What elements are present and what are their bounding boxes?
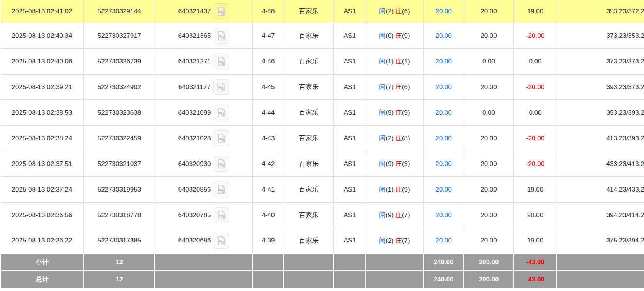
player-result-value: (1) (386, 186, 394, 193)
summary-empty-cell (284, 254, 334, 271)
video-button[interactable] (214, 130, 229, 146)
game-no-cell: 640321099 (155, 100, 253, 125)
order-no-cell: 522730317385 (84, 228, 155, 254)
bet-amount-link[interactable]: 20.00 (435, 83, 452, 91)
table-row[interactable]: 2025-08-13 02:37:51522730321037640320930… (1, 151, 644, 177)
bet-amount-link[interactable]: 20.00 (435, 135, 452, 142)
round-cell: 4-41 (253, 177, 284, 202)
video-file-icon (216, 82, 226, 92)
game-no: 640320856 (178, 186, 211, 193)
bet-amount-link[interactable]: 20.00 (435, 8, 452, 15)
game-no: 640321437 (178, 8, 211, 15)
table-row[interactable]: 2025-08-13 02:38:24522730322459640321028… (1, 125, 644, 151)
video-button[interactable] (213, 79, 229, 95)
result-cell: 闲(7) 庄(6) (366, 74, 423, 100)
game-type-cell: 百家乐 (284, 228, 334, 254)
bet-amount-cell: 20.00 (423, 228, 464, 254)
video-button[interactable] (214, 3, 229, 19)
video-button[interactable] (214, 207, 229, 223)
table-name-cell: AS1 (334, 228, 366, 254)
table-row[interactable]: 2025-08-13 02:37:24522730319953640320856… (1, 177, 644, 202)
banker-result-label: 庄 (396, 135, 402, 142)
video-file-icon (216, 159, 227, 169)
summary-label: 总计 (1, 271, 84, 288)
order-no-cell: 522730322459 (84, 125, 155, 151)
bet-amount-link[interactable]: 20.00 (435, 186, 452, 193)
summary-empty-cell (366, 254, 423, 271)
table-row[interactable]: 2025-08-13 02:36:56522730318778640320785… (1, 202, 644, 228)
bet-amount-link[interactable]: 20.00 (435, 58, 452, 65)
summary-empty-cell (155, 254, 253, 271)
valid-bet-cell: 0.00 (464, 100, 514, 125)
balance-cell: 394.23/414.23 (557, 202, 644, 228)
win-loss-cell: -20.00 (514, 74, 557, 100)
banker-result-value: (3) (402, 160, 410, 167)
table-row[interactable]: 2025-08-13 02:40:06522730326739640321271… (1, 49, 644, 74)
game-type-cell: 百家乐 (284, 49, 334, 74)
table-name-cell: AS1 (334, 100, 366, 125)
bet-amount-cell: 20.00 (423, 202, 464, 228)
game-no-cell: 640321437 (155, 0, 253, 23)
table-name-cell: AS1 (334, 74, 366, 100)
game-no-cell: 640321177 (155, 74, 253, 100)
summary-balance-empty (557, 254, 644, 271)
banker-result-label: 庄 (396, 160, 402, 167)
table-row[interactable]: 2025-08-13 02:39:21522730324902640321177… (1, 74, 644, 100)
game-no-cell: 640320785 (155, 202, 253, 228)
game-no: 640320930 (178, 160, 211, 168)
video-file-icon (216, 56, 227, 67)
total-row: 总计 12 240.00 200.00 -43.00 (1, 271, 644, 288)
win-loss-cell: -20.00 (514, 151, 557, 177)
table-row[interactable]: 2025-08-13 02:38:53522730323638640321099… (1, 100, 644, 125)
balance-cell: 393.23/373.23 (557, 74, 644, 100)
player-result-label: 闲 (379, 8, 386, 15)
table-row[interactable]: 2025-08-13 02:40:34522730327917640321365… (1, 23, 644, 49)
game-no: 640321365 (178, 32, 211, 40)
player-result-value: (1) (386, 58, 394, 65)
bet-amount-cell: 20.00 (423, 151, 464, 177)
round-cell: 4-46 (253, 49, 284, 74)
round-cell: 4-48 (253, 0, 284, 23)
bet-amount-cell: 20.00 (423, 49, 464, 74)
bet-amount-link[interactable]: 20.00 (435, 211, 452, 219)
player-result-value: (7) (386, 83, 394, 91)
player-result-value: (2) (386, 135, 394, 142)
player-result-label: 闲 (379, 160, 386, 167)
banker-result-label: 庄 (396, 58, 402, 65)
bet-amount-link[interactable]: 20.00 (435, 32, 452, 39)
valid-bet-cell: 20.00 (464, 125, 514, 151)
player-result-value: (9) (386, 211, 394, 219)
video-button[interactable] (214, 156, 229, 172)
balance-cell: 413.23/393.23 (557, 125, 644, 151)
subtotal-row: 小计 12 240.00 200.00 -43.00 (1, 254, 644, 271)
summary-empty-cell (253, 271, 284, 288)
round-cell: 4-40 (253, 202, 284, 228)
game-no-cell: 640320930 (155, 151, 253, 177)
game-no-cell: 640321365 (155, 23, 253, 49)
round-cell: 4-42 (253, 151, 284, 177)
bet-amount-cell: 20.00 (423, 100, 464, 125)
table-row[interactable]: 2025-08-13 02:41:02522730329144640321437… (1, 0, 644, 23)
time-cell: 2025-08-13 02:40:34 (1, 23, 84, 49)
summary-empty-cell (284, 271, 334, 288)
result-cell: 闲(2) 庄(7) (366, 228, 423, 254)
bet-amount-link[interactable]: 20.00 (435, 237, 452, 244)
video-button[interactable] (214, 233, 229, 249)
banker-result-value: (9) (402, 109, 410, 116)
summary-count: 12 (84, 271, 155, 288)
result-cell: 闲(9) 庄(3) (366, 151, 423, 177)
banker-result-label: 庄 (396, 211, 402, 219)
video-button[interactable] (214, 105, 229, 120)
bet-amount-link[interactable]: 20.00 (435, 160, 452, 167)
win-loss-cell: 0.00 (514, 100, 557, 125)
time-cell: 2025-08-13 02:36:22 (1, 228, 84, 254)
time-cell: 2025-08-13 02:38:24 (1, 125, 84, 151)
table-row[interactable]: 2025-08-13 02:36:22522730317385640320686… (1, 228, 644, 254)
bet-amount-link[interactable]: 20.00 (435, 109, 452, 116)
summary-empty-cell (334, 271, 366, 288)
video-button[interactable] (214, 54, 229, 69)
video-button[interactable] (214, 28, 229, 44)
summary-bet: 240.00 (423, 271, 464, 288)
time-cell: 2025-08-13 02:41:02 (1, 0, 84, 23)
video-button[interactable] (214, 182, 229, 197)
